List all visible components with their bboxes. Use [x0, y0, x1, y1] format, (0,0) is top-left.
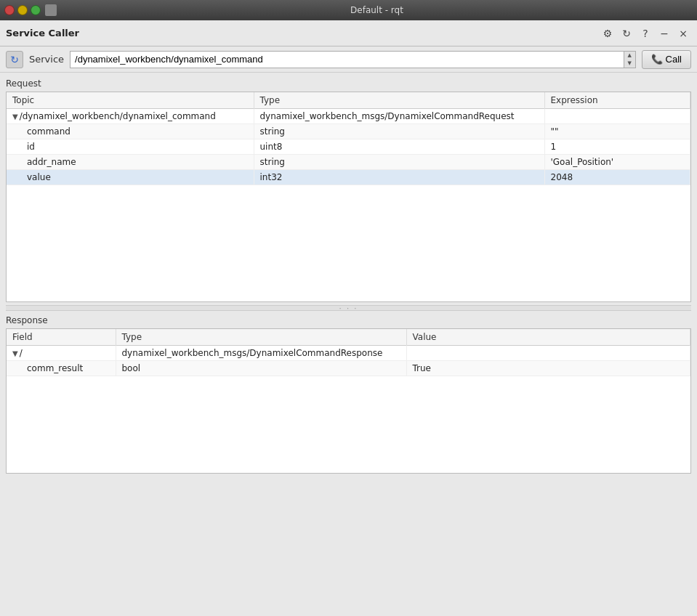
response-row: comm_resultboolTrue — [7, 361, 690, 376]
dash-button[interactable]: − — [656, 25, 672, 41]
refresh-service-button[interactable]: ↻ — [6, 51, 23, 68]
request-table-container: Topic Type Expression ▼/dynamixel_workbe… — [6, 92, 691, 302]
request-cell-expression[interactable]: 2048 — [544, 170, 690, 185]
response-section: Response Field Type Value ▼/dynamixel_wo… — [6, 314, 691, 616]
request-cell-topic: ▼/dynamixel_workbench/dynamixel_command — [7, 109, 254, 124]
request-col-expr: Expression — [544, 92, 690, 109]
request-header-row: Topic Type Expression — [7, 92, 690, 109]
response-cell-field: comm_result — [7, 361, 116, 376]
request-row[interactable]: addr_namestring'Goal_Position' — [7, 155, 690, 170]
maximize-button[interactable] — [31, 5, 41, 15]
window-controls[interactable] — [4, 5, 41, 15]
refresh-icon[interactable]: ↻ — [619, 25, 634, 41]
response-tbody: ▼/dynamixel_workbench_msgs/DynamixelComm… — [7, 346, 690, 376]
minimize-button[interactable] — [17, 5, 28, 15]
request-cell-expression[interactable]: 'Goal_Position' — [544, 155, 690, 170]
request-cell-topic: command — [7, 124, 254, 139]
call-label: Call — [666, 54, 682, 65]
request-cell-type: string — [254, 155, 544, 170]
request-col-topic: Topic — [7, 92, 254, 109]
request-row[interactable]: iduint81 — [7, 139, 690, 155]
plugin-title: Service Caller — [6, 28, 79, 38]
request-cell-topic: addr_name — [7, 155, 254, 170]
service-row: ↻ Service ▲ ▼ 📞 Call — [0, 46, 697, 73]
response-label: Response — [6, 314, 691, 328]
spinner-down[interactable]: ▼ — [624, 60, 635, 68]
toolbar-actions: ⚙ ↻ ? − × — [600, 25, 691, 41]
close-button[interactable] — [4, 5, 15, 15]
help-icon[interactable]: ? — [637, 25, 653, 41]
service-input[interactable] — [70, 52, 624, 68]
request-tbody: ▼/dynamixel_workbench/dynamixel_commandd… — [7, 109, 690, 185]
service-spinner[interactable]: ▲ ▼ — [624, 52, 635, 68]
request-row[interactable]: ▼/dynamixel_workbench/dynamixel_commandd… — [7, 109, 690, 124]
service-label: Service — [29, 54, 64, 65]
request-col-type: Type — [254, 92, 544, 109]
response-cell-value: True — [406, 361, 690, 376]
request-section: Request Topic Type Expression ▼/dynamixe… — [6, 77, 691, 302]
expand-icon[interactable]: ▼ — [12, 113, 18, 121]
request-label: Request — [6, 77, 691, 92]
request-cell-expression[interactable]: "" — [544, 124, 690, 139]
plugin-toolbar: Service Caller ⚙ ↻ ? − × — [0, 20, 697, 46]
call-button[interactable]: 📞 Call — [642, 50, 691, 69]
response-col-field: Field — [7, 329, 116, 346]
splitter[interactable]: · · · — [6, 305, 691, 311]
app-icon — [45, 4, 57, 16]
main-content: Request Topic Type Expression ▼/dynamixe… — [0, 73, 697, 616]
splitter-handle: · · · — [339, 304, 358, 312]
request-cell-type: uint8 — [254, 139, 544, 155]
request-cell-type: int32 — [254, 170, 544, 185]
request-cell-topic: id — [7, 139, 254, 155]
request-cell-topic: value — [7, 170, 254, 185]
response-col-type: Type — [116, 329, 406, 346]
response-header-row: Field Type Value — [7, 329, 690, 346]
spinner-up[interactable]: ▲ — [624, 52, 635, 60]
window-title: Default - rqt — [61, 5, 693, 15]
gear-icon[interactable]: ⚙ — [600, 25, 616, 41]
request-table: Topic Type Expression ▼/dynamixel_workbe… — [7, 92, 690, 185]
response-cell-field: ▼/ — [7, 346, 116, 361]
close-plugin-button[interactable]: × — [675, 25, 691, 41]
expand-icon[interactable]: ▼ — [12, 349, 18, 357]
response-col-value: Value — [406, 329, 690, 346]
response-table: Field Type Value ▼/dynamixel_workbench_m… — [7, 329, 690, 376]
response-cell-type: bool — [116, 361, 406, 376]
call-icon: 📞 — [651, 54, 663, 65]
request-row[interactable]: commandstring"" — [7, 124, 690, 139]
request-cell-type: string — [254, 124, 544, 139]
service-input-wrap: ▲ ▼ — [70, 51, 636, 68]
request-row[interactable]: valueint322048 — [7, 170, 690, 185]
response-cell-value — [406, 346, 690, 361]
response-cell-type: dynamixel_workbench_msgs/DynamixelComman… — [116, 346, 406, 361]
response-row: ▼/dynamixel_workbench_msgs/DynamixelComm… — [7, 346, 690, 361]
request-cell-expression[interactable] — [544, 109, 690, 124]
response-table-container: Field Type Value ▼/dynamixel_workbench_m… — [6, 328, 691, 474]
request-cell-expression[interactable]: 1 — [544, 139, 690, 155]
titlebar: Default - rqt — [0, 0, 697, 20]
request-cell-type: dynamixel_workbench_msgs/DynamixelComman… — [254, 109, 544, 124]
